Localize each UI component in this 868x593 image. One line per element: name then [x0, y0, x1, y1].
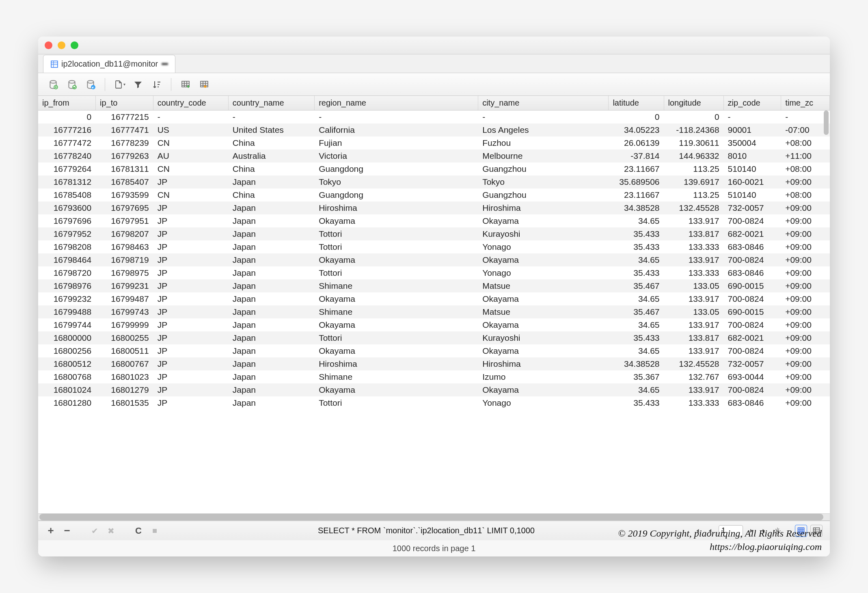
cell[interactable]: 16801023 [96, 370, 153, 383]
cell[interactable]: 16797952 [38, 227, 96, 240]
cell[interactable]: 133.05 [664, 279, 723, 292]
cell[interactable]: 34.65 [609, 383, 664, 396]
cell[interactable]: Guangdong [315, 188, 478, 201]
cell[interactable]: +09:00 [781, 305, 830, 318]
close-window-button[interactable] [45, 41, 52, 49]
cell[interactable]: 700-0824 [723, 253, 781, 266]
cell[interactable]: Okayama [478, 318, 609, 331]
cell[interactable]: +09:00 [781, 214, 830, 227]
cell[interactable]: 34.65 [609, 344, 664, 357]
cell[interactable]: JP [153, 305, 228, 318]
table-row[interactable]: 1678540816793599CNChinaGuangdongGuangzho… [38, 188, 830, 201]
cell[interactable]: 16801024 [38, 383, 96, 396]
cell[interactable]: 34.65 [609, 214, 664, 227]
cell[interactable]: Guangzhou [478, 188, 609, 201]
cell[interactable]: +09:00 [781, 318, 830, 331]
cell[interactable]: 16778240 [38, 149, 96, 162]
cell[interactable]: Shimane [315, 279, 478, 292]
cell[interactable]: Los Angeles [478, 123, 609, 136]
cell[interactable]: 700-0824 [723, 318, 781, 331]
cell[interactable]: Australia [228, 149, 314, 162]
cell[interactable]: 16800767 [96, 357, 153, 370]
cell[interactable]: +09:00 [781, 240, 830, 253]
column-header-zip_code[interactable]: zip_code [723, 96, 781, 110]
cell[interactable]: JP [153, 318, 228, 331]
cell[interactable]: 133.917 [664, 344, 723, 357]
cell[interactable]: Shimane [315, 370, 478, 383]
cell[interactable]: +09:00 [781, 370, 830, 383]
cell[interactable]: - [228, 110, 314, 124]
cell[interactable]: 510140 [723, 188, 781, 201]
cell[interactable]: 16797951 [96, 214, 153, 227]
cell[interactable]: 16797696 [38, 214, 96, 227]
cell[interactable]: 16777216 [38, 123, 96, 136]
cell[interactable]: +09:00 [781, 266, 830, 279]
cell[interactable]: 133.817 [664, 331, 723, 344]
table-row[interactable]: 1679846416798719JPJapanOkayamaOkayama34.… [38, 253, 830, 266]
vertical-scrollbar[interactable] [824, 110, 829, 135]
cell[interactable]: Japan [228, 240, 314, 253]
column-header-ip_to[interactable]: ip_to [96, 96, 153, 110]
horizontal-scrollbar[interactable] [38, 513, 830, 521]
cell[interactable]: +11:00 [781, 149, 830, 162]
table-row[interactable]: 1680000016800255JPJapanTottoriKurayoshi3… [38, 331, 830, 344]
begin-transaction-button[interactable] [45, 77, 61, 92]
table-row[interactable]: 1680025616800511JPJapanOkayamaOkayama34.… [38, 344, 830, 357]
cell[interactable]: Okayama [315, 253, 478, 266]
cell[interactable]: 35.689506 [609, 175, 664, 188]
cell[interactable]: China [228, 188, 314, 201]
cell[interactable]: 693-0044 [723, 370, 781, 383]
cell[interactable]: +08:00 [781, 136, 830, 149]
cell[interactable]: 16778239 [96, 136, 153, 149]
cell[interactable]: JP [153, 227, 228, 240]
cell[interactable]: 133.333 [664, 396, 723, 409]
cell[interactable]: Japan [228, 344, 314, 357]
cell[interactable]: 682-0021 [723, 331, 781, 344]
cell[interactable]: 139.6917 [664, 175, 723, 188]
import-button[interactable] [178, 77, 193, 92]
cell[interactable]: Matsue [478, 279, 609, 292]
cell[interactable]: - [723, 110, 781, 124]
cell[interactable]: 16785408 [38, 188, 96, 201]
cell[interactable]: China [228, 136, 314, 149]
table-row[interactable]: 016777215----00-- [38, 110, 830, 124]
cell[interactable]: 16800768 [38, 370, 96, 383]
cell[interactable]: Okayama [315, 318, 478, 331]
cell[interactable]: 160-0021 [723, 175, 781, 188]
cell[interactable]: Japan [228, 331, 314, 344]
cell[interactable]: 133.917 [664, 318, 723, 331]
cell[interactable]: 16799487 [96, 292, 153, 305]
cell[interactable]: 732-0057 [723, 357, 781, 370]
table-row[interactable]: 1679897616799231JPJapanShimaneMatsue35.4… [38, 279, 830, 292]
cell[interactable]: United States [228, 123, 314, 136]
cell[interactable]: Japan [228, 227, 314, 240]
column-header-latitude[interactable]: latitude [609, 96, 664, 110]
cell[interactable]: Japan [228, 318, 314, 331]
cell[interactable]: JP [153, 331, 228, 344]
cell[interactable]: 16779263 [96, 149, 153, 162]
cell[interactable]: JP [153, 383, 228, 396]
table-row[interactable]: 1679872016798975JPJapanTottoriYonago35.4… [38, 266, 830, 279]
cell[interactable]: Tokyo [478, 175, 609, 188]
column-header-country_code[interactable]: country_code [153, 96, 228, 110]
table-row[interactable]: 1677721616777471USUnited StatesCaliforni… [38, 123, 830, 136]
cell[interactable]: 683-0846 [723, 240, 781, 253]
cell[interactable]: 16798463 [96, 240, 153, 253]
export-data-button[interactable] [196, 77, 212, 92]
cell[interactable]: JP [153, 201, 228, 214]
cell[interactable]: +08:00 [781, 162, 830, 175]
cell[interactable]: Tottori [315, 266, 478, 279]
cell[interactable]: Japan [228, 396, 314, 409]
export-button[interactable]: ▾ [112, 77, 127, 92]
cell[interactable]: Tottori [315, 331, 478, 344]
cell[interactable]: Kurayoshi [478, 331, 609, 344]
apply-changes-button[interactable]: ✔ [89, 526, 100, 536]
cell[interactable]: CN [153, 162, 228, 175]
cell[interactable]: +09:00 [781, 201, 830, 214]
minimize-window-button[interactable] [58, 41, 65, 49]
cell[interactable]: Hiroshima [315, 357, 478, 370]
cell[interactable]: Japan [228, 279, 314, 292]
cell[interactable]: Guangdong [315, 162, 478, 175]
cell[interactable]: Okayama [315, 292, 478, 305]
cell[interactable]: 16801535 [96, 396, 153, 409]
